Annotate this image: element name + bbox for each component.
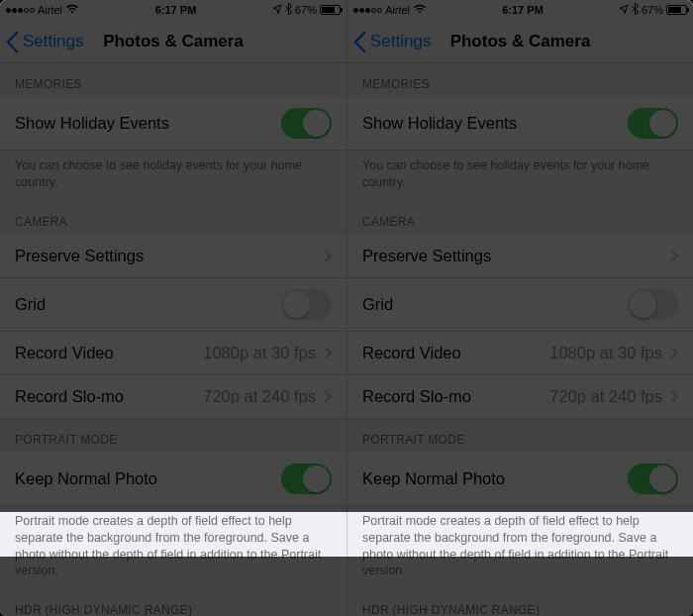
chevron-right-icon: [324, 250, 332, 262]
record-slomo-value: 720p at 240 fps: [549, 387, 662, 406]
show-holiday-events-toggle[interactable]: [628, 108, 678, 139]
section-footer-portrait: Portrait mode creates a depth of field e…: [347, 506, 693, 590]
cell-preserve-settings[interactable]: Preserve Settings: [347, 235, 693, 278]
cell-record-slomo[interactable]: Record Slo-mo720p at 240 fps: [347, 375, 693, 419]
bluetooth-icon: [285, 3, 292, 17]
status-bar: Airtel6:17 PM67%: [0, 0, 346, 20]
settings-scroll[interactable]: MEMORIESShow Holiday EventsYou can choos…: [347, 63, 693, 616]
location-icon: [272, 4, 282, 16]
cell-grid[interactable]: Grid: [0, 278, 346, 332]
section-header-portrait: PORTRAIT MODE: [347, 419, 693, 453]
wifi-icon: [413, 4, 427, 16]
bluetooth-icon: [632, 3, 639, 17]
carrier-label: Airtel: [38, 4, 62, 16]
record-slomo-label: Record Slo-mo: [362, 387, 471, 406]
section-header-hdr: HDR (HIGH DYNAMIC RANGE): [347, 589, 693, 616]
grid-label: Grid: [362, 295, 393, 314]
settings-pane-1: Airtel6:17 PM67%SettingsPhotos & CameraM…: [346, 0, 693, 616]
cell-record-slomo[interactable]: Record Slo-mo720p at 240 fps: [0, 375, 346, 419]
wifi-icon: [65, 4, 79, 16]
page-title: Photos & Camera: [103, 32, 244, 51]
location-icon: [619, 4, 629, 16]
section-header-camera: CAMERA: [347, 201, 693, 235]
show-holiday-events-label: Show Holiday Events: [362, 114, 517, 133]
section-header-portrait: PORTRAIT MODE: [0, 419, 346, 453]
grid-toggle[interactable]: [628, 289, 678, 320]
show-holiday-events-toggle[interactable]: [281, 108, 332, 139]
cell-portrait-keep-normal[interactable]: Keep Normal Photo: [347, 453, 693, 506]
nav-bar: SettingsPhotos & Camera: [0, 20, 346, 63]
back-label: Settings: [370, 32, 431, 51]
battery-icon: [320, 5, 341, 15]
portrait-keep-normal-toggle[interactable]: [281, 463, 332, 494]
settings-pane-0: Airtel6:17 PM67%SettingsPhotos & CameraM…: [0, 0, 346, 616]
settings-scroll[interactable]: MEMORIESShow Holiday EventsYou can choos…: [0, 63, 346, 616]
status-bar: Airtel6:17 PM67%: [347, 0, 693, 20]
cell-grid[interactable]: Grid: [347, 278, 693, 332]
preserve-settings-label: Preserve Settings: [362, 247, 491, 265]
record-video-value: 1080p at 30 fps: [203, 344, 316, 362]
portrait-keep-normal-label: Keep Normal Photo: [15, 469, 157, 488]
section-footer-memories: You can choose to see holiday events for…: [347, 151, 693, 201]
signal-strength-icon: [353, 8, 382, 13]
preserve-settings-label: Preserve Settings: [15, 247, 144, 265]
chevron-right-icon: [670, 250, 678, 262]
show-holiday-events-label: Show Holiday Events: [15, 114, 169, 133]
clock-label: 6:17 PM: [502, 4, 544, 16]
section-footer-portrait: Portrait mode creates a depth of field e…: [0, 506, 346, 590]
back-button[interactable]: Settings: [353, 20, 431, 63]
battery-pct-label: 67%: [295, 4, 317, 16]
section-header-memories: MEMORIES: [0, 63, 346, 97]
carrier-label: Airtel: [385, 4, 410, 16]
cell-show-holiday-events[interactable]: Show Holiday Events: [0, 97, 346, 151]
grid-toggle[interactable]: [281, 289, 332, 320]
cell-record-video[interactable]: Record Video1080p at 30 fps: [347, 332, 693, 375]
section-header-camera: CAMERA: [0, 201, 346, 235]
portrait-keep-normal-toggle[interactable]: [628, 463, 678, 494]
battery-pct-label: 67%: [642, 4, 663, 16]
portrait-keep-normal-label: Keep Normal Photo: [362, 469, 505, 488]
cell-portrait-keep-normal[interactable]: Keep Normal Photo: [0, 453, 346, 506]
grid-label: Grid: [15, 295, 46, 314]
nav-bar: SettingsPhotos & Camera: [347, 20, 693, 63]
record-video-value: 1080p at 30 fps: [549, 344, 662, 362]
cell-record-video[interactable]: Record Video1080p at 30 fps: [0, 332, 346, 375]
back-label: Settings: [23, 32, 83, 51]
section-footer-memories: You can choose to see holiday events for…: [0, 151, 346, 201]
cell-show-holiday-events[interactable]: Show Holiday Events: [347, 97, 693, 151]
clock-label: 6:17 PM: [155, 4, 197, 16]
record-video-label: Record Video: [362, 344, 461, 362]
battery-icon: [666, 5, 687, 15]
record-video-label: Record Video: [15, 344, 114, 362]
section-header-memories: MEMORIES: [347, 63, 693, 97]
section-header-hdr: HDR (HIGH DYNAMIC RANGE): [0, 589, 346, 616]
cell-preserve-settings[interactable]: Preserve Settings: [0, 235, 346, 278]
back-button[interactable]: Settings: [6, 20, 83, 63]
record-slomo-label: Record Slo-mo: [15, 387, 124, 406]
page-title: Photos & Camera: [450, 32, 591, 51]
signal-strength-icon: [6, 8, 35, 13]
record-slomo-value: 720p at 240 fps: [203, 387, 316, 406]
